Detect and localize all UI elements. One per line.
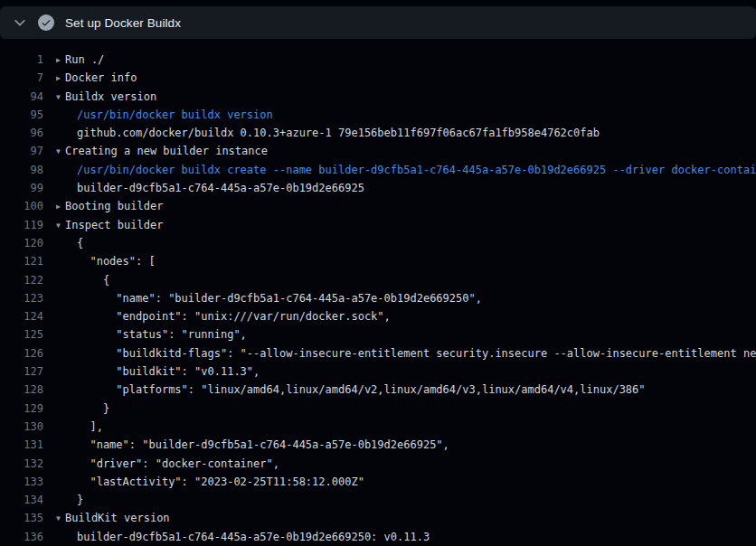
- caret-down-icon: ▼: [56, 510, 65, 527]
- log-line: 120{: [0, 234, 756, 252]
- log-line: 124 "endpoint": "unix:///var/run/docker.…: [0, 307, 756, 325]
- log-text: "buildkitd-flags": "--allow-insecure-ent…: [77, 347, 756, 360]
- group-title: Inspect builder: [65, 219, 163, 231]
- log-text: "buildkit": "v0.11.3",: [77, 365, 260, 378]
- line-number[interactable]: 126: [0, 344, 43, 362]
- line-number[interactable]: 127: [0, 362, 43, 381]
- log-command-text: /usr/bin/docker buildx create --name bui…: [77, 164, 756, 176]
- group-title: Run ./: [65, 53, 104, 66]
- log-group-header[interactable]: 1▶Run ./: [0, 51, 756, 69]
- log-line: 130 ],: [0, 418, 756, 436]
- line-number[interactable]: 125: [0, 325, 43, 344]
- log-line: 134}: [0, 491, 756, 509]
- log-text: "name": "builder-d9cfb5a1-c764-445a-a57e…: [77, 438, 449, 451]
- log-text: builder-d9cfb5a1-c764-445a-a57e-0b19d2e6…: [77, 182, 364, 194]
- log-group-header[interactable]: 94▼Buildx version: [0, 88, 756, 106]
- log-line: 99builder-d9cfb5a1-c764-445a-a57e-0b19d2…: [0, 179, 756, 197]
- log-line: 122 {: [0, 271, 756, 289]
- line-number[interactable]: 95: [0, 106, 43, 124]
- log-text: github.com/docker/buildx 0.10.3+azure-1 …: [77, 127, 600, 139]
- line-number[interactable]: 119: [0, 216, 43, 234]
- line-number[interactable]: 136: [0, 528, 43, 546]
- check-circle-icon: [38, 14, 54, 31]
- line-number[interactable]: 130: [0, 418, 43, 436]
- step-header[interactable]: Set up Docker Buildx: [0, 6, 756, 39]
- line-number[interactable]: 134: [0, 491, 43, 509]
- line-number[interactable]: 135: [0, 509, 43, 527]
- line-number[interactable]: 122: [0, 271, 43, 289]
- log-text: "platforms": "linux/amd64,linux/amd64/v2…: [77, 383, 646, 396]
- step-title: Set up Docker Buildx: [65, 16, 181, 30]
- log-line: 95/usr/bin/docker buildx version: [0, 106, 756, 124]
- caret-down-icon: ▼: [56, 217, 65, 234]
- log-text: }: [77, 494, 83, 506]
- group-title: BuildKit version: [65, 512, 170, 524]
- line-number[interactable]: 128: [0, 381, 43, 399]
- group-title: Creating a new builder instance: [65, 145, 268, 157]
- line-number[interactable]: 121: [0, 252, 43, 270]
- log-line: 98/usr/bin/docker buildx create --name b…: [0, 161, 756, 179]
- line-number[interactable]: 132: [0, 455, 43, 473]
- line-number[interactable]: 120: [0, 234, 43, 252]
- log-group-header[interactable]: 135▼BuildKit version: [0, 509, 756, 527]
- log-line: 133 "lastActivity": "2023-02-25T11:58:12…: [0, 473, 756, 491]
- line-number[interactable]: 98: [0, 161, 43, 179]
- log-line: 136builder-d9cfb5a1-c764-445a-a57e-0b19d…: [0, 528, 756, 546]
- log-text: builder-d9cfb5a1-c764-445a-a57e-0b19d2e6…: [77, 531, 430, 543]
- log-text: {: [77, 274, 109, 287]
- log-text: }: [77, 402, 109, 415]
- log-command-text: /usr/bin/docker buildx version: [77, 108, 273, 121]
- log-text: {: [77, 237, 83, 249]
- log-group-header[interactable]: 7▶Docker info: [0, 69, 756, 87]
- log-line: 132 "driver": "docker-container",: [0, 455, 756, 473]
- line-number[interactable]: 123: [0, 289, 43, 307]
- log-line: 123 "name": "builder-d9cfb5a1-c764-445a-…: [0, 289, 756, 307]
- log-text: ],: [77, 420, 103, 433]
- log-line: 126 "buildkitd-flags": "--allow-insecure…: [0, 344, 756, 362]
- log-line: 131 "name": "builder-d9cfb5a1-c764-445a-…: [0, 436, 756, 454]
- line-number[interactable]: 94: [0, 88, 43, 106]
- chevron-down-icon: [13, 15, 27, 30]
- log-line: 96github.com/docker/buildx 0.10.3+azure-…: [0, 124, 756, 142]
- caret-right-icon: ▶: [56, 198, 65, 215]
- log-group-header[interactable]: 100▶Booting builder: [0, 197, 756, 215]
- log-line: 125 "status": "running",: [0, 325, 756, 344]
- line-number[interactable]: 100: [0, 197, 43, 215]
- caret-right-icon: ▶: [56, 70, 65, 87]
- group-title: Docker info: [65, 71, 137, 84]
- log-text: "driver": "docker-container",: [77, 457, 279, 470]
- caret-down-icon: ▼: [56, 143, 65, 160]
- log-group-header[interactable]: 119▼Inspect builder: [0, 216, 756, 234]
- line-number[interactable]: 97: [0, 142, 43, 160]
- log-text: "name": "builder-d9cfb5a1-c764-445a-a57e…: [77, 292, 482, 305]
- log-group-header[interactable]: 97▼Creating a new builder instance: [0, 142, 756, 160]
- log-text: "status": "running",: [77, 328, 247, 341]
- caret-down-icon: ▼: [56, 89, 65, 106]
- log-line: 128 "platforms": "linux/amd64,linux/amd6…: [0, 381, 756, 399]
- log-line: 129 }: [0, 400, 756, 418]
- line-number[interactable]: 99: [0, 179, 43, 197]
- log-line: 121 "nodes": [: [0, 252, 756, 270]
- log-text: "endpoint": "unix:///var/run/docker.sock…: [77, 310, 391, 323]
- line-number[interactable]: 129: [0, 400, 43, 418]
- group-title: Booting builder: [65, 200, 163, 212]
- line-number[interactable]: 7: [0, 69, 43, 87]
- line-number[interactable]: 133: [0, 473, 43, 491]
- log-text: "lastActivity": "2023-02-25T11:58:12.000…: [77, 475, 364, 488]
- line-number[interactable]: 131: [0, 436, 43, 454]
- log-viewer: 1▶Run ./7▶Docker info94▼Buildx version95…: [0, 39, 756, 546]
- line-number[interactable]: 1: [0, 51, 43, 69]
- log-text: "nodes": [: [77, 255, 156, 268]
- log-line: 127 "buildkit": "v0.11.3",: [0, 362, 756, 381]
- group-title: Buildx version: [65, 90, 156, 103]
- line-number[interactable]: 124: [0, 307, 43, 325]
- line-number[interactable]: 96: [0, 124, 43, 142]
- caret-right-icon: ▶: [56, 52, 65, 69]
